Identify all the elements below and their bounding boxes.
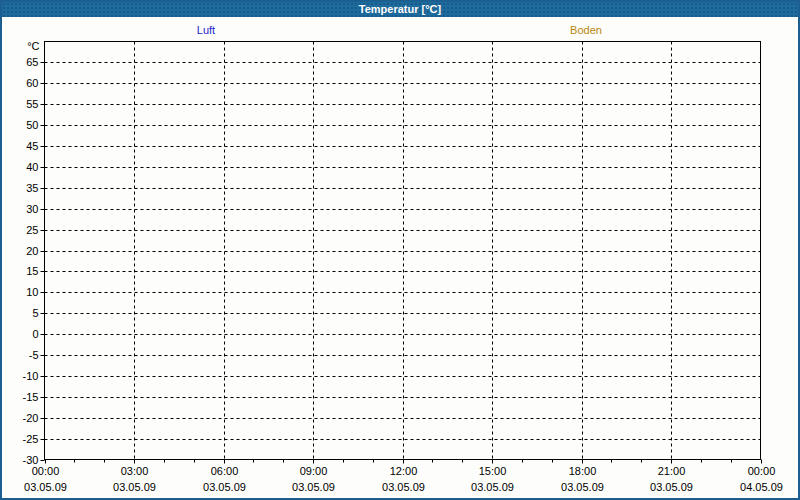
svg-text:03.05.09: 03.05.09 <box>113 481 156 493</box>
svg-text:50: 50 <box>26 119 38 131</box>
svg-text:-5: -5 <box>29 349 39 361</box>
svg-text:12:00: 12:00 <box>390 465 418 477</box>
svg-text:60: 60 <box>26 77 38 89</box>
svg-text:00:00: 00:00 <box>748 465 776 477</box>
svg-text:03.05.09: 03.05.09 <box>650 481 693 493</box>
svg-text:-15: -15 <box>23 391 39 403</box>
svg-text:-25: -25 <box>23 433 39 445</box>
svg-text:5: 5 <box>32 307 38 319</box>
gridlines <box>45 42 761 460</box>
svg-text:-20: -20 <box>23 412 39 424</box>
svg-text:18:00: 18:00 <box>569 465 597 477</box>
svg-text:35: 35 <box>26 182 38 194</box>
svg-text:03.05.09: 03.05.09 <box>382 481 425 493</box>
svg-text:°C: °C <box>27 40 39 52</box>
svg-text:40: 40 <box>26 161 38 173</box>
svg-text:03.05.09: 03.05.09 <box>24 481 67 493</box>
svg-text:20: 20 <box>26 245 38 257</box>
chart-area: 65605550454035302520151050-5-10-15-20-25… <box>2 2 798 498</box>
window-frame: Temperatur [°C] Luft Boden 6560555045403… <box>0 0 800 500</box>
svg-text:09:00: 09:00 <box>300 465 328 477</box>
svg-text:45: 45 <box>26 140 38 152</box>
svg-text:03:00: 03:00 <box>121 465 149 477</box>
svg-text:25: 25 <box>26 224 38 236</box>
svg-text:03.05.09: 03.05.09 <box>292 481 335 493</box>
svg-text:10: 10 <box>26 286 38 298</box>
svg-text:03.05.09: 03.05.09 <box>561 481 604 493</box>
svg-text:0: 0 <box>32 328 38 340</box>
svg-text:-10: -10 <box>23 370 39 382</box>
svg-text:30: 30 <box>26 203 38 215</box>
svg-text:06:00: 06:00 <box>211 465 239 477</box>
svg-text:04.05.09: 04.05.09 <box>740 481 783 493</box>
svg-text:00:00: 00:00 <box>32 465 60 477</box>
svg-text:65: 65 <box>26 56 38 68</box>
svg-text:21:00: 21:00 <box>658 465 686 477</box>
svg-text:55: 55 <box>26 98 38 110</box>
svg-text:15:00: 15:00 <box>479 465 507 477</box>
axis-labels: 65605550454035302520151050-5-10-15-20-25… <box>23 40 783 493</box>
temperature-chart-canvas: 65605550454035302520151050-5-10-15-20-25… <box>2 2 798 498</box>
svg-text:15: 15 <box>26 265 38 277</box>
svg-text:03.05.09: 03.05.09 <box>471 481 514 493</box>
svg-text:03.05.09: 03.05.09 <box>203 481 246 493</box>
